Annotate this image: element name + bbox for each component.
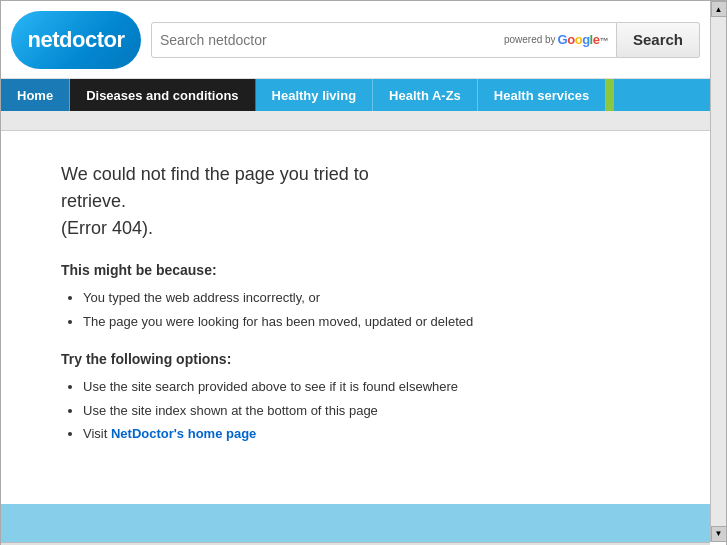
section1-list: You typed the web address incorrectly, o… [61,288,670,331]
scroll-down-arrow[interactable]: ▼ [711,526,727,542]
navbar: Home Diseases and conditions Healthy liv… [1,79,710,111]
main-content: We could not find the page you tried to … [1,131,710,504]
google-logo: Google™ [558,32,608,47]
nav-item-diseases[interactable]: Diseases and conditions [70,79,255,111]
section1-heading: This might be because: [61,262,670,278]
nav-item-healthy-living[interactable]: Healthy living [256,79,374,111]
bottom-scrollbar[interactable] [1,542,710,546]
home-page-link[interactable]: NetDoctor's home page [111,426,256,441]
section2-list: Use the site search provided above to se… [61,377,670,444]
nav-green-accent [606,79,614,111]
logo[interactable]: netdoctor [11,11,141,69]
list-item: The page you were looking for has been m… [83,312,670,332]
powered-by-text: powered by [504,34,556,45]
search-input[interactable] [160,32,498,48]
nav-item-health-services[interactable]: Health services [478,79,606,111]
sub-header-strip [1,111,710,131]
search-input-container: powered by Google™ [151,22,617,58]
scroll-up-arrow[interactable]: ▲ [711,1,727,17]
list-item: You typed the web address incorrectly, o… [83,288,670,308]
list-item: Use the site index shown at the bottom o… [83,401,670,421]
list-item: Use the site search provided above to se… [83,377,670,397]
search-bar: powered by Google™ Search [151,22,700,58]
nav-item-home[interactable]: Home [1,79,70,111]
nav-item-health-azs[interactable]: Health A-Zs [373,79,478,111]
footer-bar [1,504,710,542]
powered-by: powered by Google™ [504,32,608,47]
section2-heading: Try the following options: [61,351,670,367]
right-scrollbar[interactable]: ▲ ▼ [710,1,726,542]
list-item-home-link: Visit NetDoctor's home page [83,424,670,444]
search-button[interactable]: Search [617,22,700,58]
scroll-track [711,17,726,526]
logo-text: netdoctor [28,27,125,53]
error-heading: We could not find the page you tried to … [61,161,491,242]
header: netdoctor powered by Google™ Search [1,1,710,79]
